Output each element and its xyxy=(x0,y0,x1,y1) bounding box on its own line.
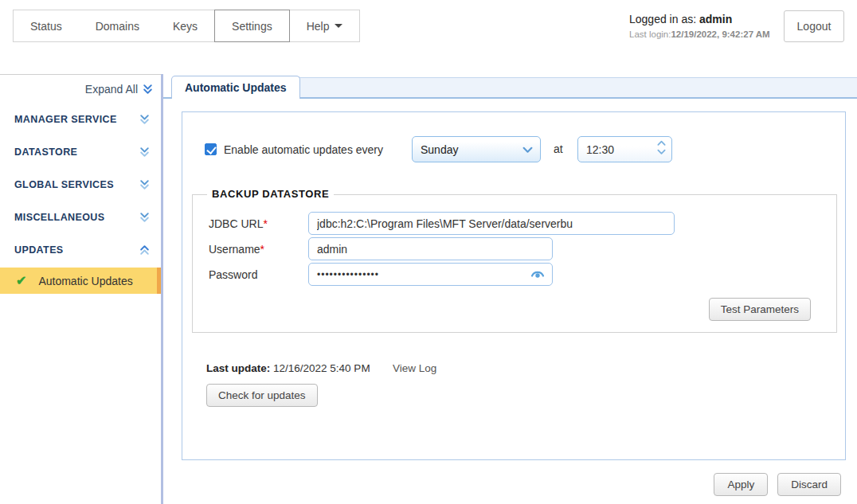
top-navbar: Status Domains Keys Settings Help xyxy=(13,10,360,42)
view-log-link[interactable]: View Log xyxy=(393,362,436,374)
tab-automatic-updates[interactable]: Automatic Updates xyxy=(171,76,300,99)
chevron-double-down-icon xyxy=(139,179,150,190)
nav-item-help[interactable]: Help xyxy=(290,10,360,41)
jdbc-url-label: JDBC URL* xyxy=(209,217,268,230)
sidebar-item-manager-service[interactable]: MANAGER SERVICE xyxy=(0,103,161,135)
caret-down-icon xyxy=(335,24,342,28)
sidebar-sections: MANAGER SERVICE DATASTORE GLOBAL SERVICE… xyxy=(0,103,161,266)
sidebar-item-global-services[interactable]: GLOBAL SERVICES xyxy=(0,168,161,201)
expand-all-label: Expand All xyxy=(85,83,138,96)
settings-panel: Enable automatic updates every Sunday at… xyxy=(182,111,846,460)
stepper-down-icon[interactable] xyxy=(657,149,666,155)
sidebar: Expand All MANAGER SERVICE DATASTORE xyxy=(0,74,161,504)
sidebar-item-updates[interactable]: UPDATES xyxy=(0,233,161,266)
section-label: MANAGER SERVICE xyxy=(14,114,117,125)
required-marker: * xyxy=(263,217,267,230)
section-label: DATASTORE xyxy=(14,147,77,158)
password-label: Password xyxy=(209,268,257,281)
enable-updates-checkbox[interactable] xyxy=(205,143,217,155)
last-update-row: Last update: 12/16/2022 5:40 PM xyxy=(206,362,370,374)
section-label: UPDATES xyxy=(14,244,64,256)
password-field[interactable] xyxy=(308,263,553,286)
sidebar-item-miscellaneous[interactable]: MISCELLANEOUS xyxy=(0,201,161,233)
day-select-value: Sunday xyxy=(421,143,458,156)
last-login-label: Last login: xyxy=(629,29,671,39)
time-value: 12:30 xyxy=(586,143,614,156)
chevron-double-up-icon xyxy=(139,244,150,256)
nav-item-status[interactable]: Status xyxy=(14,10,79,41)
schedule-row: Enable automatic updates every Sunday at… xyxy=(205,136,383,162)
user-info: Logged in as: admin Last login:12/19/202… xyxy=(629,13,770,40)
active-item-label: Automatic Updates xyxy=(38,275,132,287)
stepper-buttons xyxy=(657,140,666,155)
nav-item-settings[interactable]: Settings xyxy=(214,10,290,42)
enable-updates-label: Enable automatic updates every xyxy=(224,143,383,156)
last-login-value: 12/19/2022, 9:42:27 AM xyxy=(671,29,769,39)
apply-button[interactable]: Apply xyxy=(714,473,768,496)
eye-icon xyxy=(530,268,545,279)
app-window: Status Domains Keys Settings Help Logged… xyxy=(0,0,857,504)
username-field[interactable] xyxy=(308,237,553,260)
chevron-double-down-icon xyxy=(139,147,150,158)
last-login-line: Last login:12/19/2022, 9:42:27 AM xyxy=(629,29,770,40)
day-select[interactable]: Sunday xyxy=(412,136,541,162)
help-label: Help xyxy=(307,20,330,33)
sidebar-item-automatic-updates[interactable]: ✔ Automatic Updates xyxy=(0,268,161,294)
backup-datastore-legend: BACKUP DATASTORE xyxy=(207,188,334,200)
sidebar-item-datastore[interactable]: DATASTORE xyxy=(0,135,161,168)
username-label: Username* xyxy=(209,243,264,256)
time-stepper[interactable]: 12:30 xyxy=(577,136,672,162)
chevron-double-down-icon xyxy=(143,84,153,95)
password-visibility-toggle[interactable] xyxy=(530,268,545,279)
check-for-updates-button[interactable]: Check for updates xyxy=(206,384,318,407)
sidebar-divider xyxy=(161,74,163,504)
footer-actions: Apply Discard xyxy=(714,473,841,496)
section-label: MISCELLANEOUS xyxy=(14,212,105,223)
logged-in-line: Logged in as: admin xyxy=(629,13,770,27)
stepper-up-icon[interactable] xyxy=(657,140,666,147)
at-label: at xyxy=(554,143,563,155)
expand-all-button[interactable]: Expand All xyxy=(85,83,153,96)
required-marker: * xyxy=(260,243,264,256)
chevron-double-down-icon xyxy=(139,114,150,125)
section-label: GLOBAL SERVICES xyxy=(14,179,114,190)
field-label-text: JDBC URL xyxy=(209,217,263,230)
check-icon: ✔ xyxy=(16,275,26,287)
backup-datastore-fieldset: BACKUP DATASTORE JDBC URL* Username* Pas… xyxy=(192,194,837,333)
jdbc-url-field[interactable] xyxy=(308,212,675,235)
last-update-value: 12/16/2022 5:40 PM xyxy=(273,362,370,374)
tab-strip-fill xyxy=(289,77,857,97)
field-label-text: Username xyxy=(209,243,260,256)
discard-button[interactable]: Discard xyxy=(777,473,841,496)
logged-in-label: Logged in as: xyxy=(629,13,696,25)
tab-strip: Automatic Updates xyxy=(163,74,857,99)
test-parameters-button[interactable]: Test Parameters xyxy=(709,298,811,321)
last-update-label: Last update: xyxy=(206,362,270,374)
logout-button[interactable]: Logout xyxy=(784,10,844,42)
nav-item-domains[interactable]: Domains xyxy=(79,10,156,41)
chevron-double-down-icon xyxy=(139,212,150,223)
nav-item-keys[interactable]: Keys xyxy=(156,10,214,41)
chevron-down-icon xyxy=(522,147,533,154)
logged-in-user: admin xyxy=(699,13,732,25)
